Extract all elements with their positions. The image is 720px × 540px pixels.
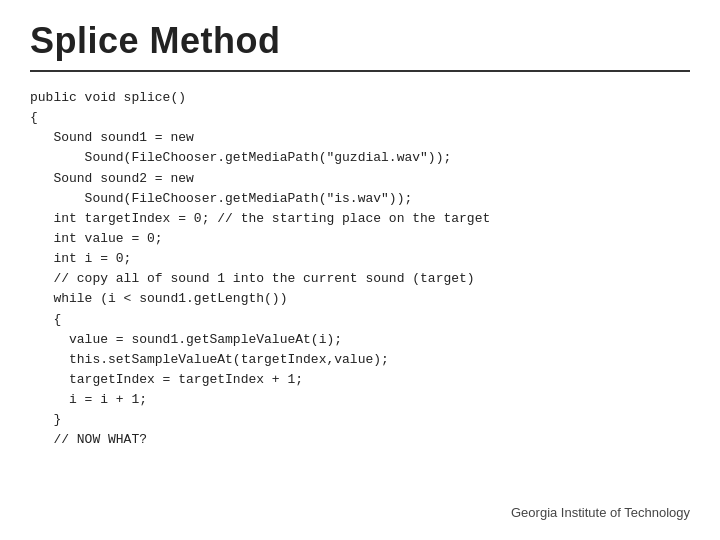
footer: Georgia Institute of Technology: [30, 495, 690, 520]
code-line: // NOW WHAT?: [30, 430, 690, 450]
code-line: public void splice(): [30, 88, 690, 108]
code-line: }: [30, 410, 690, 430]
code-line: {: [30, 108, 690, 128]
code-line: int i = 0;: [30, 249, 690, 269]
code-line: int targetIndex = 0; // the starting pla…: [30, 209, 690, 229]
page-title: Splice Method: [30, 20, 690, 62]
code-line: Sound(FileChooser.getMediaPath("guzdial.…: [30, 148, 690, 168]
page-container: Splice Method public void splice(){ Soun…: [0, 0, 720, 540]
code-line: targetIndex = targetIndex + 1;: [30, 370, 690, 390]
code-line: int value = 0;: [30, 229, 690, 249]
code-line: // copy all of sound 1 into the current …: [30, 269, 690, 289]
code-line: Sound(FileChooser.getMediaPath("is.wav")…: [30, 189, 690, 209]
code-section: public void splice(){ Sound sound1 = new…: [30, 88, 690, 495]
code-line: this.setSampleValueAt(targetIndex,value)…: [30, 350, 690, 370]
code-line: {: [30, 310, 690, 330]
code-line: value = sound1.getSampleValueAt(i);: [30, 330, 690, 350]
code-line: i = i + 1;: [30, 390, 690, 410]
code-line: Sound sound2 = new: [30, 169, 690, 189]
title-section: Splice Method: [30, 20, 690, 72]
code-line: while (i < sound1.getLength()): [30, 289, 690, 309]
footer-text: Georgia Institute of Technology: [511, 505, 690, 520]
code-line: Sound sound1 = new: [30, 128, 690, 148]
